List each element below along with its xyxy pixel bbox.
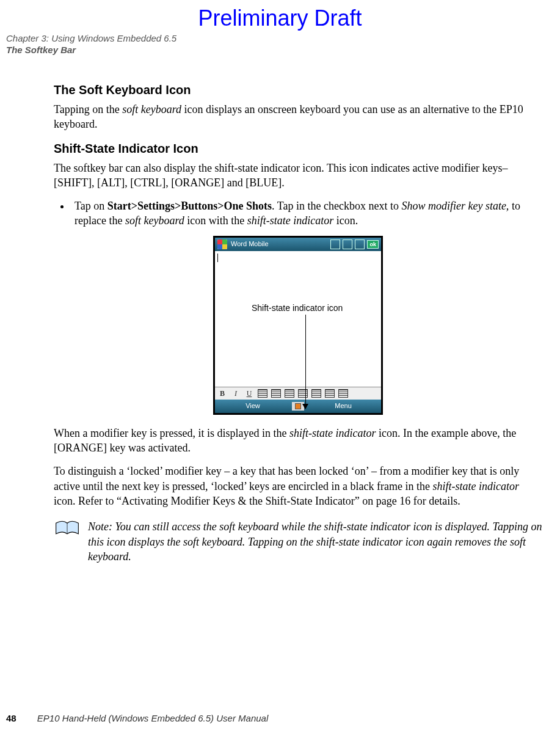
bold-icon: B <box>217 389 227 398</box>
emphasis: shift-state indicator <box>247 214 334 227</box>
chapter-line: Chapter 3: Using Windows Embedded 6.5 <box>6 33 176 45</box>
note-body: You can still access the soft keyboard w… <box>88 521 542 563</box>
signal-icon <box>343 239 352 249</box>
titlebar: Word Mobile ok <box>215 238 381 251</box>
figure-screenshot: Word Mobile ok Shift-state indicator ico… <box>54 236 542 415</box>
device-frame: Word Mobile ok Shift-state indicator ico… <box>213 236 383 415</box>
running-head: Chapter 3: Using Windows Embedded 6.5 Th… <box>6 33 176 56</box>
ok-button: ok <box>367 240 379 249</box>
bullets-icon <box>298 389 308 398</box>
indent-icon <box>338 389 348 398</box>
page-number: 48 <box>6 713 16 723</box>
text: icon with the <box>184 214 247 227</box>
connectivity-icon <box>330 239 340 249</box>
footer-title: EP10 Hand-Held (Windows Embedded 6.5) Us… <box>37 713 268 723</box>
list-item: Tap on Start>Settings>Buttons>One Shots.… <box>71 199 542 228</box>
volume-icon <box>355 239 365 249</box>
text: icon. <box>333 214 358 227</box>
callout-label: Shift-state indicator icon <box>252 302 343 314</box>
text: Tapping on the <box>54 103 122 115</box>
watermark-text: Preliminary Draft <box>0 4 560 34</box>
softkey-bar: View Menu <box>215 400 381 413</box>
para-shift-state-intro: The softkey bar can also display the shi… <box>54 161 542 191</box>
align-center-icon <box>271 389 281 398</box>
heading-soft-keyboard-icon: The Soft Keyboard Icon <box>54 82 542 98</box>
start-icon <box>217 239 227 249</box>
book-icon <box>54 519 81 541</box>
text: When a modifier key is pressed, it is di… <box>54 427 289 439</box>
emphasis: shift-state indicator <box>289 427 376 439</box>
para-soft-keyboard: Tapping on the soft keyboard icon displa… <box>54 102 542 132</box>
note-block: Note: You can still access the soft keyb… <box>54 519 542 564</box>
numbering-icon <box>311 389 321 398</box>
emphasis: Show modifier key state, <box>401 200 509 212</box>
callout-line <box>305 315 306 409</box>
text: Tap on <box>75 200 107 212</box>
page-footer: 48 EP10 Hand-Held (Windows Embedded 6.5)… <box>6 712 268 725</box>
outdent-icon <box>325 389 335 398</box>
document-area: Shift-state indicator icon <box>215 251 381 387</box>
para-locked-modifier: To distinguish a ‘locked’ modifier key –… <box>54 464 542 508</box>
text-cursor <box>217 254 218 262</box>
softkey-menu: Menu <box>305 401 381 411</box>
note-text: Note: You can still access the soft keyb… <box>88 519 542 564</box>
emphasis: soft keyboard <box>125 214 184 227</box>
app-title: Word Mobile <box>231 239 269 249</box>
emphasis: shift-state indicator <box>432 480 519 492</box>
section-line: The Softkey Bar <box>6 45 176 56</box>
align-right-icon <box>285 389 294 398</box>
instruction-list: Tap on Start>Settings>Buttons>One Shots.… <box>65 199 542 228</box>
italic-icon: I <box>231 389 241 398</box>
text: . Tap in the checkbox next to <box>272 200 401 212</box>
page-content: The Soft Keyboard Icon Tapping on the so… <box>54 73 542 564</box>
align-left-icon <box>258 389 267 398</box>
underline-icon: U <box>244 389 254 398</box>
emphasis: soft keyboard <box>122 103 181 115</box>
format-toolbar: B I U <box>215 387 381 400</box>
bold-path: Start>Settings>Buttons>One Shots <box>107 200 272 212</box>
callout-arrow-icon <box>302 404 308 409</box>
heading-shift-state: Shift-State Indicator Icon <box>54 141 542 157</box>
para-modifier-example: When a modifier key is pressed, it is di… <box>54 426 542 456</box>
text: icon. Refer to “Activating Modifier Keys… <box>54 495 460 507</box>
softkey-view: View <box>215 401 291 411</box>
note-label: Note: <box>88 521 112 533</box>
